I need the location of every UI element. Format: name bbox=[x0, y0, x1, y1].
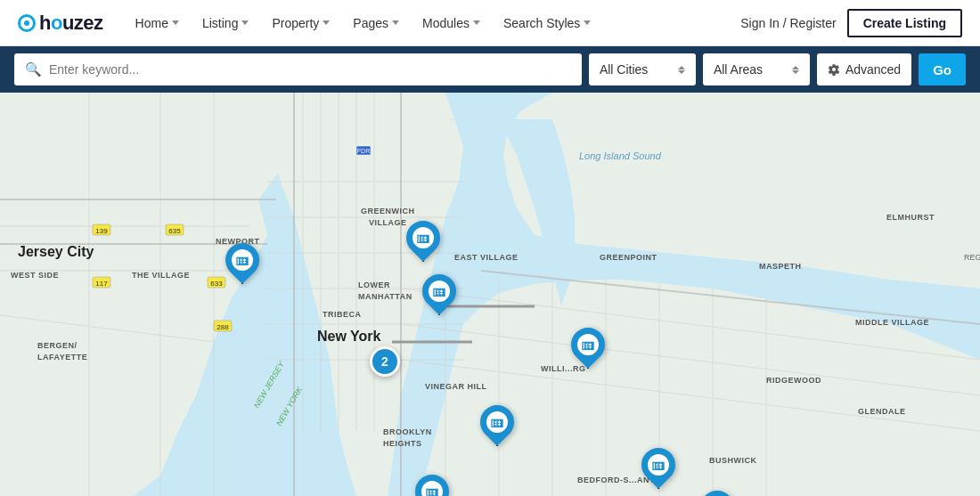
navbar: houzez Home Listing Property Pages Modul… bbox=[0, 0, 980, 46]
pin-bubble bbox=[415, 267, 463, 315]
pin-bubble bbox=[564, 321, 612, 369]
building-icon bbox=[416, 231, 430, 245]
building-icon bbox=[490, 415, 504, 429]
chevron-down-icon bbox=[584, 20, 591, 25]
sort-icon bbox=[678, 66, 685, 74]
cluster-circle: 2 bbox=[370, 346, 400, 377]
sign-in-link[interactable]: Sign In / Register bbox=[740, 16, 836, 30]
map-pin-3[interactable] bbox=[422, 274, 456, 315]
map-pin-5[interactable] bbox=[571, 328, 605, 369]
chevron-down-icon bbox=[241, 20, 249, 25]
map-pin-2[interactable] bbox=[406, 221, 440, 262]
building-icon bbox=[425, 484, 439, 496]
svg-text:633: 633 bbox=[210, 280, 223, 288]
pin-bubble bbox=[399, 214, 447, 262]
map-container: Long Island Sound 635 633 139 117 288 FD… bbox=[0, 93, 980, 496]
sort-icon bbox=[792, 66, 799, 74]
map-pin-1[interactable] bbox=[225, 243, 259, 284]
svg-text:635: 635 bbox=[168, 227, 181, 235]
pin-bubble bbox=[473, 398, 521, 446]
building-icon bbox=[235, 253, 249, 267]
chevron-down-icon bbox=[323, 20, 330, 25]
logo-text: houzez bbox=[39, 12, 103, 35]
nav-items: Home Listing Property Pages Modules Sear… bbox=[125, 11, 741, 36]
logo[interactable]: houzez bbox=[18, 12, 103, 35]
pin-bubble bbox=[634, 441, 682, 489]
map-pin-8[interactable] bbox=[700, 491, 734, 496]
building-icon bbox=[651, 458, 666, 472]
nav-item-home[interactable]: Home bbox=[125, 11, 190, 36]
nav-right: Sign In / Register Create Listing bbox=[740, 9, 962, 37]
nav-item-pages[interactable]: Pages bbox=[342, 11, 410, 36]
logo-icon bbox=[18, 14, 36, 32]
svg-text:288: 288 bbox=[216, 323, 229, 331]
search-input-wrap: 🔍 bbox=[14, 53, 582, 85]
map-pin-4[interactable] bbox=[480, 405, 514, 446]
chevron-down-icon bbox=[172, 20, 179, 25]
building-icon bbox=[432, 284, 446, 298]
create-listing-button[interactable]: Create Listing bbox=[847, 9, 962, 37]
advanced-button[interactable]: Advanced bbox=[817, 53, 911, 85]
cities-select[interactable]: All Cities bbox=[589, 53, 696, 85]
gear-icon bbox=[828, 63, 840, 76]
go-button[interactable]: Go bbox=[919, 53, 966, 85]
search-icon: 🔍 bbox=[25, 61, 42, 77]
chevron-down-icon bbox=[473, 20, 480, 25]
nav-item-property[interactable]: Property bbox=[261, 11, 340, 36]
map-pin-6[interactable] bbox=[641, 448, 675, 489]
svg-text:139: 139 bbox=[95, 227, 108, 235]
building-icon bbox=[581, 337, 595, 352]
svg-text:117: 117 bbox=[95, 280, 108, 288]
nav-item-listing[interactable]: Listing bbox=[192, 11, 259, 36]
map-pin-7[interactable] bbox=[415, 475, 449, 496]
cluster-pin-1[interactable]: 2 bbox=[370, 346, 400, 377]
search-bar: 🔍 All Cities All Areas Advanced Go bbox=[0, 46, 980, 93]
svg-text:FDR: FDR bbox=[357, 148, 370, 154]
nav-item-search-styles[interactable]: Search Styles bbox=[493, 11, 601, 36]
chevron-down-icon bbox=[392, 20, 399, 25]
svg-text:Long Island Sound: Long Island Sound bbox=[579, 150, 662, 161]
nav-item-modules[interactable]: Modules bbox=[412, 11, 491, 36]
areas-select[interactable]: All Areas bbox=[703, 53, 810, 85]
search-input[interactable] bbox=[49, 62, 571, 77]
pin-bubble bbox=[218, 236, 266, 284]
